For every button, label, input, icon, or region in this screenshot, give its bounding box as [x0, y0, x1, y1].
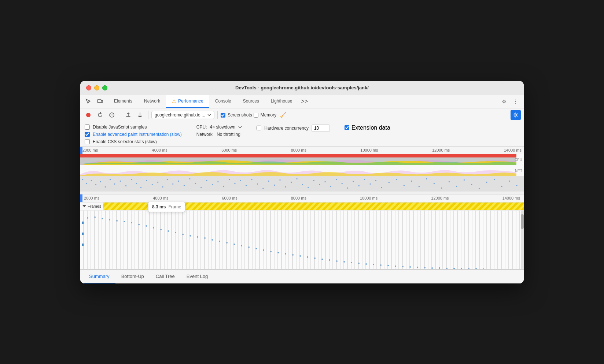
download-button[interactable] [135, 110, 145, 120]
tab-network[interactable]: Network [138, 95, 166, 108]
svg-rect-26 [189, 178, 190, 179]
main-timeline-ruler: 2000 ms 4000 ms 6000 ms 8000 ms 10000 ms… [80, 194, 524, 203]
tab-bottom-up[interactable]: Bottom-Up [115, 270, 150, 283]
left-options: Disable JavaScript samples Enable advanc… [85, 125, 182, 144]
tab-console[interactable]: Console [209, 95, 237, 108]
clean-icon[interactable]: 🧹 [278, 110, 288, 120]
hw-concurrency-label[interactable]: Hardware concurrency [264, 126, 309, 131]
svg-rect-47 [307, 187, 309, 188]
tab-event-log[interactable]: Event Log [181, 270, 214, 283]
maximize-button[interactable] [102, 85, 107, 90]
timeline-scrollbar[interactable] [521, 211, 524, 269]
close-button[interactable] [86, 85, 91, 90]
svg-rect-20 [157, 182, 158, 183]
tab-sources[interactable]: Sources [237, 95, 265, 108]
overview-ruler-marks: 2000 ms 4000 ms 6000 ms 8000 ms 10000 ms… [82, 148, 522, 152]
screenshots-checkbox[interactable] [221, 113, 225, 118]
svg-rect-75 [494, 179, 495, 180]
svg-rect-6 [86, 183, 87, 184]
timeline-overview: 2000 ms 4000 ms 6000 ms 8000 ms 10000 ms… [80, 147, 524, 194]
upload-button[interactable] [123, 110, 133, 120]
svg-rect-13 [120, 181, 121, 182]
more-tabs-button[interactable]: >> [298, 95, 311, 108]
svg-rect-15 [131, 179, 132, 180]
hw-concurrency-input[interactable] [312, 125, 330, 132]
svg-rect-18 [146, 180, 147, 181]
svg-rect-67 [434, 183, 435, 184]
svg-rect-78 [516, 185, 517, 186]
svg-rect-65 [419, 186, 420, 187]
device-icon[interactable] [95, 96, 105, 107]
frames-label: Frames [80, 204, 103, 208]
window-title: DevTools - googlechrome.github.io/devtoo… [235, 85, 369, 90]
css-selector-label[interactable]: Enable CSS selector stats (slow) [93, 139, 157, 144]
extension-checkbox[interactable] [345, 125, 349, 130]
svg-rect-35 [240, 180, 241, 181]
svg-rect-37 [251, 179, 253, 180]
disable-js-checkbox[interactable] [85, 125, 90, 130]
tab-lighthouse[interactable]: Lighthouse [265, 95, 298, 108]
settings-icon[interactable]: ⚙ [499, 96, 509, 107]
frame-chart[interactable]: // This will be rendered inline [80, 211, 524, 269]
tab-performance[interactable]: ⚠ Performance [166, 95, 209, 108]
svg-rect-51 [330, 186, 331, 187]
tab-elements[interactable]: Elements [108, 95, 138, 108]
svg-rect-24 [178, 181, 179, 182]
blue-settings-button[interactable] [511, 110, 521, 120]
reload-button[interactable] [95, 110, 105, 120]
cpu-chart [80, 157, 516, 165]
memory-label[interactable]: Memory [261, 112, 276, 118]
toolbar-divider-2 [148, 111, 148, 119]
frame-tooltip: 8.3 ms Frame [148, 202, 185, 212]
cpu-value: 4× slowdown [210, 125, 235, 130]
svg-rect-77 [509, 181, 510, 182]
bottom-tabs: Summary Bottom-Up Call Tree Event Log [80, 270, 524, 283]
tab-call-tree[interactable]: Call Tree [150, 270, 181, 283]
svg-point-4 [515, 114, 517, 116]
svg-rect-16 [136, 183, 137, 184]
svg-rect-5 [82, 179, 83, 180]
svg-rect-66 [426, 178, 427, 179]
cpu-track: CPU [80, 154, 524, 165]
cpu-dropdown-icon[interactable] [238, 126, 242, 128]
net-chart [80, 165, 516, 176]
url-selector[interactable]: googlechrome.github.io ... [151, 111, 214, 119]
clear-button[interactable] [107, 110, 117, 120]
inspect-icon[interactable] [83, 96, 93, 107]
svg-rect-1 [101, 100, 103, 103]
main-ruler-marks: 2000 ms 4000 ms 6000 ms 8000 ms 10000 ms… [80, 196, 524, 200]
svg-rect-19 [152, 184, 153, 185]
record-button[interactable] [83, 110, 93, 120]
toolbar-divider-1 [120, 111, 120, 119]
extension-label[interactable]: Extension data [351, 125, 390, 131]
svg-rect-36 [246, 185, 247, 186]
svg-rect-30 [212, 184, 213, 185]
tab-summary[interactable]: Summary [83, 270, 115, 283]
svg-rect-76 [501, 186, 502, 187]
svg-rect-55 [353, 181, 354, 182]
svg-rect-33 [229, 179, 230, 180]
svg-rect-52 [336, 179, 337, 180]
minimize-button[interactable] [94, 85, 99, 90]
devtools-body: Elements Network ⚠ Performance Console S… [80, 95, 524, 283]
traffic-lights [86, 85, 107, 90]
svg-rect-64 [411, 181, 412, 182]
svg-rect-73 [479, 188, 480, 189]
tabs: Elements Network ⚠ Performance Console S… [108, 95, 499, 108]
svg-rect-59 [375, 180, 376, 181]
disable-js-option: Disable JavaScript samples [85, 125, 182, 130]
disable-js-label[interactable]: Disable JavaScript samples [93, 125, 147, 130]
scrollbar-thumb[interactable] [521, 214, 524, 229]
advanced-paint-label[interactable]: Enable advanced paint instrumentation (s… [93, 132, 182, 137]
cpu-item: CPU: 4× slowdown [196, 125, 242, 130]
svg-rect-49 [319, 184, 320, 185]
css-selector-checkbox[interactable] [85, 139, 90, 144]
more-options-icon[interactable]: ⋮ [511, 96, 521, 107]
svg-rect-42 [279, 179, 280, 181]
advanced-paint-checkbox[interactable] [85, 132, 90, 137]
svg-rect-23 [172, 183, 173, 185]
hw-concurrency-checkbox[interactable] [257, 126, 261, 130]
memory-checkbox[interactable] [254, 113, 258, 118]
screenshots-label[interactable]: Screenshots [228, 112, 252, 118]
network-label: Network: [196, 132, 214, 137]
